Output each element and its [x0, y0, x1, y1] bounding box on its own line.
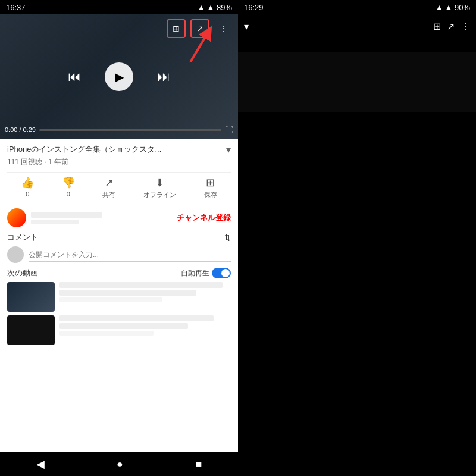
like-icon: 👍: [21, 176, 34, 189]
comments-section: コメント ⇅: [7, 232, 231, 263]
add-to-playlist-btn[interactable]: ⊞: [167, 19, 186, 38]
comment-input[interactable]: [29, 248, 231, 262]
comments-header: コメント ⇅: [7, 232, 231, 243]
next-videos-label: 次の動画: [7, 268, 38, 278]
recent-btn-left[interactable]: ■: [195, 458, 202, 471]
save-btn[interactable]: ⊞ 保存: [204, 176, 217, 199]
save-icon: ⊞: [206, 176, 215, 189]
video-area-right: [238, 52, 476, 112]
video-controls: ⊞ ↗ ⋮: [167, 19, 233, 38]
video-meta: 111 回視聴 · 1 年前: [7, 157, 231, 167]
content-area-left: iPhoneのインストング全集（ショックスタ... ▾ 111 回視聴 · 1 …: [0, 139, 238, 452]
battery-right: 90%: [455, 3, 470, 12]
more-btn-right[interactable]: ⋮: [461, 21, 470, 32]
channel-avatar: [7, 208, 26, 227]
dislike-icon: 👎: [62, 176, 75, 189]
left-panel: 16:37 ▲ ▲ 89% ⊞ ↗ ⋮ ⏮ ▶ ⏭: [0, 0, 238, 476]
like-count: 0: [26, 190, 29, 198]
share-btn[interactable]: ↗ 共有: [102, 176, 115, 199]
user-avatar: [7, 246, 24, 263]
dislike-count: 0: [67, 190, 70, 198]
like-btn[interactable]: 👍 0: [21, 176, 34, 199]
channel-row: チャンネル登録: [7, 208, 231, 227]
signal-icon-right: ▲: [436, 3, 443, 11]
expand-icon[interactable]: ▾: [226, 144, 231, 155]
time-right: 16:29: [244, 3, 264, 12]
channel-info: [31, 212, 177, 224]
dislike-btn[interactable]: 👎 0: [62, 176, 75, 199]
share-label: 共有: [102, 190, 115, 199]
play-btn[interactable]: ▶: [105, 62, 133, 91]
status-bar-right: 16:29 ▲ ▲ 90%: [238, 0, 476, 14]
more-options-btn[interactable]: ⋮: [214, 19, 233, 38]
thumb-2: [7, 315, 55, 345]
nav-bar-left: ◀ ● ■: [0, 452, 238, 476]
offline-label: オフライン: [143, 190, 176, 199]
video-progress: 0:00 / 0:29: [5, 126, 36, 133]
play-controls: ⏮ ▶ ⏭: [68, 62, 170, 91]
comments-label: コメント: [7, 232, 38, 243]
comment-input-row: [7, 246, 231, 263]
top-bar-right: ▾ ⊞ ↗ ⋮: [238, 14, 476, 38]
status-bar-left: 16:37 ▲ ▲ 89%: [0, 0, 238, 14]
progress-bar-area: 0:00 / 0:29 ⛶: [5, 125, 233, 134]
next-video-2[interactable]: [7, 315, 231, 345]
thumb-1: [7, 282, 55, 312]
home-btn-left[interactable]: ●: [117, 458, 123, 471]
video-title: iPhoneのインストング全集（ショックスタ...: [7, 144, 224, 155]
autoplay-toggle[interactable]: [212, 268, 231, 278]
next-info-1: [60, 282, 231, 312]
next-btn[interactable]: ⏭: [157, 69, 170, 84]
back-btn-left[interactable]: ◀: [36, 458, 45, 471]
autoplay-row: 自動再生: [181, 268, 231, 278]
save-label: 保存: [204, 190, 217, 199]
share-icon: ↗: [105, 176, 114, 189]
offline-btn[interactable]: ⬇ オフライン: [143, 176, 176, 199]
signal-icon: ▲: [198, 3, 205, 11]
autoplay-label: 自動再生: [181, 268, 209, 278]
share-btn-right[interactable]: ↗: [447, 21, 455, 32]
next-info-2: [60, 315, 231, 345]
wifi-icon-right: ▲: [445, 3, 452, 11]
fullscreen-btn[interactable]: ⛶: [225, 125, 233, 134]
wifi-icon: ▲: [207, 3, 214, 11]
next-video-1[interactable]: [7, 282, 231, 312]
prev-btn[interactable]: ⏮: [68, 69, 81, 84]
progress-track[interactable]: [39, 129, 221, 131]
add-video-btn-right[interactable]: ⊞: [433, 21, 441, 32]
next-videos-header: 次の動画 自動再生: [7, 268, 231, 278]
subscribe-btn[interactable]: チャンネル登録: [177, 212, 231, 223]
action-row: 👍 0 👎 0 ↗ 共有 ⬇ オフライン ⊞ 保存: [7, 172, 231, 203]
offline-icon: ⬇: [155, 176, 164, 189]
chevron-down-icon[interactable]: ▾: [244, 21, 249, 32]
time-left: 16:37: [6, 3, 26, 12]
right-panel: 16:29 ▲ ▲ 90% ▾ ⊞ ↗ ⋮ 共有: [238, 0, 476, 476]
sort-icon[interactable]: ⇅: [224, 233, 231, 242]
video-player-left[interactable]: ⊞ ↗ ⋮ ⏮ ▶ ⏭ 0:00 / 0:29 ⛶: [0, 14, 238, 139]
share-video-btn[interactable]: ↗: [190, 19, 209, 38]
battery-left: 89%: [217, 3, 232, 12]
